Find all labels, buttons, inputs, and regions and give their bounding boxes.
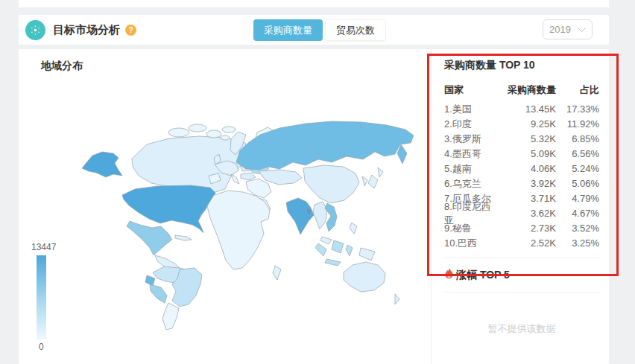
col-header-country: 国家 [444, 83, 499, 97]
rise-top5-title: 涨幅 TOP 5 [456, 269, 510, 282]
map-region [168, 128, 189, 137]
ranking-panel: 采购商数量 TOP 10 国家 采购商数量 占比 1.美国 13.45K 17.… [431, 49, 609, 364]
legend-min-label: 0 [39, 342, 44, 352]
row-share: 3.25% [556, 237, 599, 249]
year-select-value: 2019 [549, 24, 571, 35]
table-row: 10.巴西 2.52K 3.25% [444, 236, 599, 250]
top10-rows: 1.美国 13.45K 17.33% 2.印度 9.25K 11.92% 3.俄… [444, 102, 599, 250]
flame-icon [444, 268, 454, 283]
row-share: 11.92% [556, 118, 599, 130]
snowflake-icon [25, 20, 45, 40]
section-divider [444, 292, 599, 293]
map-region-argentina-chile[interactable] [162, 303, 179, 330]
row-country: 2.印度 [444, 118, 499, 131]
map-region [222, 127, 236, 132]
row-value: 5.32K [499, 133, 556, 144]
map-country-usa-alaska[interactable] [82, 152, 122, 177]
row-country: 1.美国 [444, 103, 499, 116]
color-scale-bar [37, 255, 46, 339]
row-country: 4.墨西哥 [444, 147, 499, 161]
map-region [206, 130, 221, 138]
rise-top5-header: 涨幅 TOP 5 [444, 268, 599, 283]
toggle-trade-count-button[interactable]: 贸易次数 [325, 19, 386, 41]
header-card: 目标市场分析 ? 采购商数量 贸易次数 2019 [19, 15, 609, 45]
empty-state-message: 暂不提供该数据 [444, 322, 599, 336]
previous-card-edge [19, 0, 609, 7]
world-map[interactable] [19, 49, 431, 363]
row-share: 5.24% [556, 163, 599, 174]
map-region-japan-north [378, 167, 383, 177]
row-share: 6.85% [556, 133, 599, 144]
row-value: 9.25K [499, 118, 556, 130]
row-share: 3.52% [556, 223, 599, 234]
map-region-australia[interactable] [344, 262, 385, 292]
col-header-share: 占比 [556, 83, 599, 97]
table-row: 5.越南 4.06K 5.24% [444, 162, 599, 176]
row-value: 2.73K [499, 223, 556, 234]
table-row: 6.乌克兰 3.92K 5.06% [444, 176, 599, 191]
row-value: 4.06K [499, 163, 556, 174]
map-region-new-zealand [395, 294, 399, 304]
table-row: 1.美国 13.45K 17.33% [444, 102, 599, 116]
table-header: 国家 采购商数量 占比 [444, 83, 599, 97]
map-region-cuba [175, 235, 192, 240]
row-share: 6.56% [556, 148, 599, 159]
row-share: 5.06% [556, 178, 599, 189]
row-country: 10.巴西 [444, 237, 499, 250]
map-region-korea [362, 176, 367, 186]
map-country-indonesia-borneo[interactable] [332, 240, 344, 253]
map-region-italy [231, 174, 239, 184]
geo-distribution-card: 地域分布 [19, 49, 609, 364]
row-value: 5.09K [499, 148, 556, 159]
row-share: 4.67% [556, 208, 599, 219]
help-icon[interactable]: ? [125, 25, 136, 36]
map-country-indonesia-sulawesi [346, 245, 353, 256]
map-country-peru[interactable] [150, 284, 167, 303]
map-country-indonesia-sumatra[interactable] [315, 243, 326, 256]
row-share: 4.79% [556, 193, 599, 204]
map-country-indonesia-java [325, 259, 341, 266]
map-region-madagascar [273, 266, 281, 280]
row-country: 9.秘鲁 [444, 222, 499, 235]
toggle-buyer-count-button[interactable]: 采购商数量 [253, 19, 323, 41]
map-region-philippines [350, 223, 357, 234]
map-region-myanmar-thailand[interactable] [313, 202, 327, 229]
map-region-new-guinea [359, 248, 375, 261]
table-row: 9.秘鲁 2.73K 3.52% [444, 221, 599, 235]
map-region [189, 124, 206, 132]
col-header-value: 采购商数量 [499, 83, 556, 97]
map-country-russia[interactable] [236, 121, 414, 170]
table-row: 3.俄罗斯 5.32K 6.85% [444, 132, 599, 146]
top10-title: 采购商数量 TOP 10 [444, 59, 599, 72]
row-value: 2.52K [499, 237, 556, 249]
legend-max-label: 13447 [31, 242, 56, 252]
row-country: 3.俄罗斯 [444, 132, 499, 146]
row-value: 3.62K [499, 208, 556, 219]
row-value: 3.92K [499, 178, 556, 189]
table-row: 4.墨西哥 5.09K 6.56% [444, 147, 599, 161]
row-value: 3.71K [499, 193, 556, 204]
map-region-japan[interactable] [368, 175, 378, 188]
table-row: 8.印度尼西亚 3.62K 4.67% [444, 206, 599, 220]
map-region-turkey [241, 173, 256, 180]
map-region-malaysia [320, 237, 332, 244]
map-country-vietnam[interactable] [325, 203, 337, 232]
row-country: 5.越南 [444, 162, 499, 176]
row-share: 17.33% [556, 103, 599, 115]
row-country: 6.乌克兰 [444, 177, 499, 191]
map-country-mexico[interactable] [127, 221, 172, 255]
table-row: 2.印度 9.25K 11.92% [444, 117, 599, 131]
map-region-china-mongolia[interactable] [303, 165, 359, 203]
map-country-india[interactable] [286, 198, 314, 234]
map-region-iceland [221, 135, 230, 140]
row-value: 13.45K [499, 103, 556, 115]
map-region-africa[interactable] [207, 191, 270, 269]
chevron-down-icon [578, 24, 586, 35]
year-select[interactable]: 2019 [543, 19, 593, 39]
metric-toggle: 采购商数量 贸易次数 [253, 19, 386, 41]
page-title: 目标市场分析 [53, 23, 120, 37]
section-divider [444, 258, 599, 258]
